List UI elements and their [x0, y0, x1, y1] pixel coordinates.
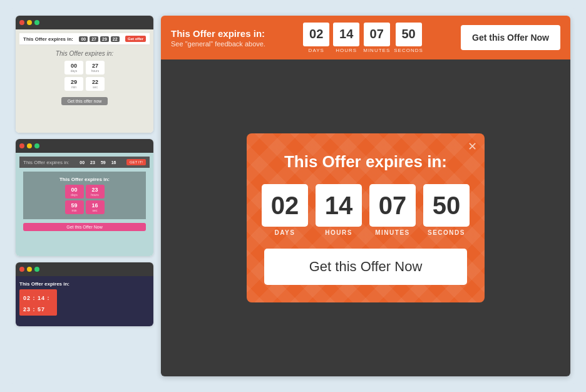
card1-mini-clock-2: 29: [100, 36, 109, 42]
card1-header-text: This Offer expires in:: [23, 36, 73, 42]
card2-body: This Offer expires in: 00 days 23 hours: [19, 168, 150, 235]
top-counter-minutes: 07 MINUTES: [363, 23, 390, 53]
card2-cell-hours: 23 hours: [86, 185, 105, 199]
top-bar-counter: 02 DAYS 14 HOURS 07 MINUTES 50 SECONDS: [303, 23, 423, 53]
popup-counter-minutes-box: 07: [369, 184, 416, 227]
popup-cta-button[interactable]: Get this Offer Now: [264, 249, 467, 285]
top-counter-minutes-label: MINUTES: [363, 48, 390, 53]
popup-counter-seconds-label: SECONDS: [428, 229, 465, 236]
card1-title: This Offer expires in:: [56, 50, 113, 57]
card2-hours-lbl: hours: [91, 193, 99, 197]
dot-red-3: [19, 267, 24, 272]
popup-counter-minutes-label: MINUTES: [375, 229, 410, 236]
card2-seconds-val: 16: [91, 202, 98, 209]
popup-counter-seconds-box: 50: [423, 184, 470, 227]
card2-mini-clock-0: 00: [78, 160, 86, 165]
popup-counter-days-box: 02: [262, 184, 308, 227]
top-bar-cta-button[interactable]: Get this Offer Now: [461, 25, 560, 50]
sidebar-card-2: This Offer expires in: 00 23 59 16 GET I…: [16, 139, 153, 256]
card1-cell-minutes: 29 min: [64, 77, 83, 91]
card1-mini-cta[interactable]: Get offer: [125, 36, 146, 42]
popup-counter-hours-label: HOURS: [325, 229, 352, 236]
card1-cell-days: 00 days: [64, 61, 83, 75]
dot-green-2: [34, 143, 39, 148]
card2-header-clocks: 00 23 59 16: [78, 160, 118, 165]
card2-cell-seconds: 16 sec: [86, 200, 105, 214]
dot-red-2: [19, 143, 24, 148]
card3-time-text: 02 : 14 : 23 : 57: [23, 295, 50, 312]
card2-mini-clock-2: 59: [99, 160, 108, 165]
card2-mini-clock-3: 16: [110, 160, 118, 165]
popup-counter-seconds: 50 SECONDS: [423, 184, 470, 236]
card2-seconds-lbl: sec: [93, 209, 98, 212]
card1-cell-hours: 27 hours: [86, 61, 105, 75]
card3-red-bar: 02 : 14 : 23 : 57: [19, 289, 57, 316]
card1-minutes-lbl: min: [71, 85, 76, 89]
card2-mini-clock-1: 23: [88, 160, 97, 165]
card2-hours-val: 23: [91, 187, 98, 193]
card3-content: This Offer expires in: 02 : 14 : 23 : 57: [16, 276, 153, 326]
top-counter-hours-label: HOURS: [336, 48, 357, 53]
main-content: ✕ This Offer expires in: 02 DAYS 14 HOUR…: [161, 59, 570, 376]
sidebar-card-1: This Offer expires in: 00 27 29 22 Get o…: [16, 16, 153, 133]
top-bar: This Offer expires in: See "general" fee…: [161, 16, 570, 59]
card3-titlebar: [16, 262, 153, 276]
card2-time-grid: 00 days 23 hours 59 min: [65, 185, 105, 214]
main-wrapper: This Offer expires in: 00 27 29 22 Get o…: [8, 8, 578, 384]
card1-minutes-val: 29: [71, 79, 77, 85]
card1-cell-seconds: 22 sec: [86, 77, 105, 91]
popup-counter-days-label: DAYS: [275, 229, 296, 236]
card1-titlebar: [16, 16, 153, 29]
card1-hours-lbl: hours: [91, 69, 100, 73]
card1-content: This Offer expires in: 00 27 29 22 Get o…: [16, 29, 153, 133]
card2-header-text: This Offer expires in:: [23, 160, 69, 165]
card1-seconds-val: 22: [92, 79, 98, 85]
popup-counter-minutes: 07 MINUTES: [369, 184, 416, 236]
card2-titlebar: [16, 139, 153, 153]
dot-yellow-3: [27, 267, 32, 272]
card2-minutes-lbl: min: [71, 209, 76, 212]
card1-cta-button[interactable]: Get this offer now: [61, 97, 108, 105]
card2-cell-days: 00 days: [65, 185, 84, 199]
dot-green-1: [34, 20, 39, 25]
card2-days-lbl: days: [71, 193, 78, 197]
card2-minutes-val: 59: [71, 202, 77, 209]
sidebar: This Offer expires in: 00 27 29 22 Get o…: [16, 16, 153, 376]
card1-days-val: 00: [71, 63, 77, 69]
card3-title: This Offer expires in:: [19, 281, 69, 287]
top-counter-days-box: 02: [303, 23, 329, 46]
sidebar-card-3: This Offer expires in: 02 : 14 : 23 : 57: [16, 262, 153, 326]
card1-header-clocks: 00 27 29 22: [79, 36, 119, 42]
popup-counter-hours: 14 HOURS: [316, 184, 362, 236]
top-counter-seconds-label: SECONDS: [394, 48, 423, 53]
popup-card: ✕ This Offer expires in: 02 DAYS 14 HOUR…: [247, 133, 485, 302]
top-bar-left: This Offer expires in: See "general" fee…: [171, 28, 265, 48]
card2-inner: This Offer expires in: 00 days 23 hours: [23, 172, 146, 219]
main-area: This Offer expires in: See "general" fee…: [161, 16, 570, 376]
popup-title: This Offer expires in:: [284, 152, 447, 172]
card1-seconds-lbl: sec: [93, 85, 98, 89]
popup-counter-hours-box: 14: [316, 184, 362, 227]
top-counter-days-label: DAYS: [309, 48, 324, 53]
top-counter-days: 02 DAYS: [303, 23, 329, 53]
card1-mini-clock-0: 00: [79, 36, 88, 42]
card2-cta-button[interactable]: Get this Offer Now: [23, 223, 146, 231]
card2-header: This Offer expires in: 00 23 59 16 GET I…: [19, 157, 150, 168]
card2-title: This Offer expires in:: [59, 177, 110, 182]
top-bar-subtitle: See "general" feedback above.: [171, 40, 265, 48]
card1-time-grid: 00 days 27 hours 29 min 22: [64, 61, 105, 91]
dot-yellow-1: [27, 20, 32, 25]
top-counter-seconds: 50 SECONDS: [394, 23, 423, 53]
close-icon[interactable]: ✕: [468, 140, 477, 153]
top-counter-hours: 14 HOURS: [333, 23, 359, 53]
popup-counter-days: 02 DAYS: [262, 184, 308, 236]
card2-days-val: 00: [71, 187, 77, 193]
card2-mini-cta[interactable]: GET IT!: [126, 159, 146, 165]
dot-yellow-2: [27, 143, 32, 148]
card1-mini-clock-3: 22: [111, 36, 120, 42]
dot-red-1: [19, 20, 24, 25]
card1-days-lbl: days: [71, 69, 78, 73]
card1-body: This Offer expires in: 00 days 27 hours …: [19, 45, 150, 110]
card2-content: This Offer expires in: 00 23 59 16 GET I…: [16, 153, 153, 256]
card1-header: This Offer expires in: 00 27 29 22 Get o…: [19, 33, 150, 45]
